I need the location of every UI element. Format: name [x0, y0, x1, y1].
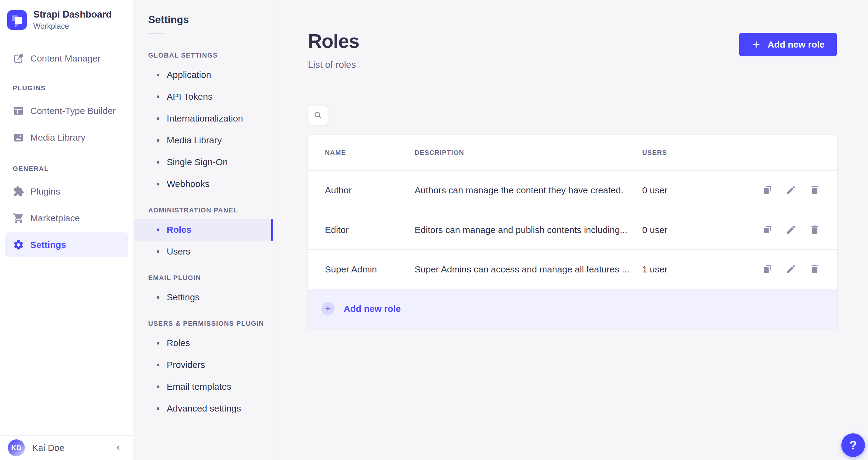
subnav-item-api-tokens[interactable]: API Tokens	[134, 86, 273, 108]
sidebar-item-label: Marketplace	[30, 213, 80, 223]
workspace-brand: Strapi Dashboard Workplace	[0, 0, 133, 41]
sidebar-item-label: Plugins	[30, 186, 60, 197]
feather-pen-icon	[13, 53, 24, 64]
bullet-icon	[157, 139, 159, 142]
subnav-group-administration-panel: ADMINISTRATION PANEL	[148, 206, 273, 215]
role-description: Super Admins can access and manage all f…	[414, 264, 642, 275]
subnav-item-users[interactable]: Users	[134, 241, 273, 263]
pencil-icon	[785, 264, 797, 275]
sidebar-item-content-type-builder[interactable]: Content-Type Builder	[0, 98, 133, 124]
footer-add-new-role-label: Add new role	[344, 304, 401, 314]
strapi-logo-icon	[7, 10, 27, 30]
column-header-name: NAME	[325, 149, 414, 157]
subnav-item-label: API Tokens	[167, 92, 213, 102]
table-row-editor[interactable]: Editor Editors can manage and publish co…	[308, 210, 837, 249]
add-new-role-button[interactable]: Add new role	[739, 33, 837, 56]
subnav-item-single-sign-on[interactable]: Single Sign-On	[134, 151, 273, 173]
sidebar-item-label: Content-Type Builder	[30, 106, 116, 116]
cart-icon	[13, 212, 24, 224]
subnav-item-webhooks[interactable]: Webhooks	[134, 173, 273, 195]
subnav-item-label: Media Library	[167, 135, 222, 146]
sidebar-item-settings[interactable]: Settings	[5, 233, 128, 257]
bullet-icon	[157, 228, 159, 231]
subnav-item-label: Application	[167, 70, 211, 80]
sidebar-item-label: Settings	[30, 240, 66, 250]
subnav-group-email-plugin: EMAIL PLUGIN	[148, 273, 273, 282]
user-name: Kai Doe	[32, 443, 104, 453]
subnav-item-label: Advanced settings	[167, 403, 241, 413]
role-description: Authors can manage the content they have…	[414, 185, 642, 195]
table-row-super-admin[interactable]: Super Admin Super Admins can access and …	[308, 249, 837, 289]
subnav-item-label: Roles	[167, 224, 191, 235]
subnav-item-up-roles[interactable]: Roles	[134, 332, 273, 354]
edit-button[interactable]	[785, 264, 797, 275]
bullet-icon	[157, 296, 159, 299]
sidebar-item-content-manager[interactable]: Content Manager	[0, 47, 133, 70]
subnav-item-email-settings[interactable]: Settings	[134, 286, 273, 308]
table-row-author[interactable]: Author Authors can manage the content th…	[308, 171, 837, 210]
edit-button[interactable]	[785, 224, 797, 236]
subnav-item-roles[interactable]: Roles	[134, 219, 273, 241]
trash-icon	[809, 224, 820, 235]
role-name: Author	[325, 185, 414, 195]
role-name: Super Admin	[325, 264, 414, 275]
sidebar-item-label: Media Library	[30, 132, 86, 143]
subnav-divider	[148, 33, 163, 34]
help-button[interactable]: ?	[841, 433, 865, 457]
plus-circle-icon	[321, 302, 335, 315]
bullet-icon	[157, 95, 159, 98]
duplicate-button[interactable]	[762, 185, 773, 196]
user-avatar[interactable]: KD	[8, 439, 25, 456]
role-users-count: 0 user	[642, 185, 753, 195]
bullet-icon	[157, 161, 159, 164]
subnav-item-advanced-settings[interactable]: Advanced settings	[134, 398, 273, 420]
main-content: Roles List of roles Add new role NAME DE…	[274, 0, 868, 460]
bullet-icon	[157, 74, 159, 76]
subnav-title: Settings	[148, 13, 273, 26]
main-sidebar: Strapi Dashboard Workplace Content Manag…	[0, 0, 133, 460]
subnav-item-internationalization[interactable]: Internationalization	[134, 108, 273, 129]
delete-button[interactable]	[809, 264, 820, 275]
workspace-title: Strapi Dashboard	[33, 9, 112, 20]
delete-button[interactable]	[809, 224, 820, 236]
bullet-icon	[157, 117, 159, 120]
search-button[interactable]	[308, 105, 328, 125]
duplicate-icon	[762, 264, 773, 275]
trash-icon	[809, 185, 820, 195]
subnav-item-label: Internationalization	[167, 113, 243, 124]
collapse-sidebar-button[interactable]	[112, 440, 125, 455]
puzzle-icon	[13, 186, 24, 197]
add-new-role-label: Add new role	[768, 39, 825, 50]
edit-button[interactable]	[785, 185, 797, 196]
bullet-icon	[157, 364, 159, 366]
sidebar-item-plugins[interactable]: Plugins	[0, 178, 133, 205]
subnav-item-label: Webhooks	[167, 179, 210, 189]
role-name: Editor	[325, 225, 414, 235]
subnav-item-media-library[interactable]: Media Library	[134, 129, 273, 151]
trash-icon	[809, 264, 820, 275]
pencil-icon	[785, 185, 797, 195]
sidebar-item-marketplace[interactable]: Marketplace	[0, 205, 133, 232]
bullet-icon	[157, 183, 159, 185]
image-icon	[13, 132, 24, 143]
subnav-item-label: Users	[167, 246, 190, 257]
bullet-icon	[157, 342, 159, 344]
settings-subnav: Settings GLOBAL SETTINGS Application API…	[134, 0, 273, 460]
subnav-item-application[interactable]: Application	[134, 64, 273, 86]
sidebar-footer: KD Kai Doe	[0, 435, 133, 460]
column-header-description: DESCRIPTION	[414, 149, 642, 157]
subnav-item-label: Single Sign-On	[167, 157, 228, 167]
plus-icon	[324, 305, 332, 313]
subnav-item-label: Settings	[167, 292, 199, 302]
duplicate-button[interactable]	[762, 264, 773, 275]
subnav-item-label: Email templates	[167, 381, 231, 392]
table-footer-add-row[interactable]: Add new role	[308, 289, 837, 329]
delete-button[interactable]	[809, 185, 820, 196]
table-header-row: NAME DESCRIPTION USERS	[308, 135, 837, 171]
subnav-item-providers[interactable]: Providers	[134, 354, 273, 376]
subnav-item-email-templates[interactable]: Email templates	[134, 376, 273, 398]
duplicate-button[interactable]	[762, 224, 773, 236]
sidebar-item-media-library[interactable]: Media Library	[0, 124, 133, 151]
layout-grid-icon	[13, 105, 24, 117]
bullet-icon	[157, 386, 159, 388]
